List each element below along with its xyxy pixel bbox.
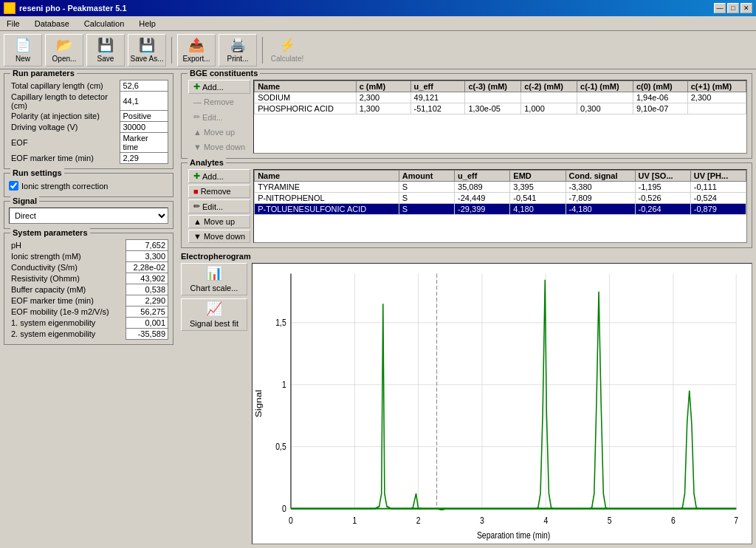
analytes-move-down-icon: ▼ (193, 232, 202, 241)
bge-grid[interactable]: Name c (mM) u_eff c(-3) (mM) c(-2) (mM) … (253, 80, 747, 154)
sys-label-buffer: Buffer capacity (mM) (9, 284, 126, 295)
signal-select[interactable]: Direct Indirect (9, 208, 168, 224)
analytes-header-row: Name Amount u_eff EMD Cond. signal UV [S… (255, 171, 746, 182)
param-value-eof-marker: 2,29 (120, 153, 168, 164)
sys-label-eof-marker: EOF marker time (min) (9, 295, 126, 306)
param-label-driving-voltage: Driving voltage (V) (9, 122, 120, 133)
left-panel: Run parameters Total capillary length (c… (0, 69, 177, 548)
sys-param-ph: pH 7,652 (9, 240, 168, 251)
analyte-nitrophenol-cond: -7,809 (566, 193, 635, 204)
signal-best-fit-button[interactable]: 📈 Signal best fit (181, 298, 247, 331)
sys-param-eigen1: 1. system eigenmobility 0,001 (9, 318, 168, 329)
bge-col-ueff: u_eff (410, 81, 465, 92)
svg-text:Signal: Signal (255, 390, 264, 418)
run-parameters-group: Run parameters Total capillary length (c… (4, 73, 173, 169)
analyte-toluenesulfonic-cond: -4,180 (566, 204, 635, 215)
bge-cell-phosphoric-cm2: 1,000 (521, 103, 577, 114)
menu-help[interactable]: Help (135, 18, 159, 29)
bge-col-cm2: c(-2) (mM) (521, 81, 577, 92)
svg-text:6: 6 (671, 515, 676, 527)
bge-move-up-button[interactable]: ▲ Move up (188, 126, 250, 139)
bge-move-down-button[interactable]: ▼ Move down (188, 140, 250, 154)
analytes-col-uv-so: UV [SO... (635, 171, 690, 182)
param-row-total-capillary: Total capillary length (cm) 52,6 (9, 81, 168, 92)
save-button[interactable]: 💾 Save (86, 34, 125, 66)
param-label-eof: EOF (9, 133, 120, 153)
sys-param-ionic: Ionic strength (mM) 3,300 (9, 251, 168, 262)
bge-cell-sodium-cm2 (521, 92, 577, 103)
svg-text:1: 1 (282, 379, 286, 391)
new-button[interactable]: 📄 New (4, 34, 42, 66)
menu-file[interactable]: File (3, 18, 24, 29)
add-icon: ✚ (193, 82, 200, 92)
analytes-move-up-icon: ▲ (193, 217, 202, 226)
menu-calculation[interactable]: Calculation (80, 18, 128, 29)
analyte-nitrophenol-name: P-NITROPHENOL (255, 193, 399, 204)
bge-cell-sodium-c1: 2,300 (687, 92, 746, 103)
system-parameters-group: System parameters pH 7,652 Ionic strengt… (4, 233, 173, 345)
analyte-toluenesulfonic-name: P-TOLUENESULFONIC ACID (255, 204, 399, 215)
epg-layout: 📊 Chart scale... 📈 Signal best fit (181, 263, 752, 544)
bge-add-button[interactable]: ✚ Add... (188, 80, 250, 94)
sys-label-eigen1: 1. system eigenmobility (9, 318, 126, 329)
save-as-button[interactable]: 💾 Save As... (128, 34, 166, 66)
bge-cell-sodium-ueff: 49,121 (410, 92, 465, 103)
analyte-toluenesulfonic-emd: 4,180 (510, 204, 566, 215)
analytes-title: Analytes (188, 158, 226, 167)
analytes-move-up-button[interactable]: ▲ Move up (188, 215, 250, 228)
print-button[interactable]: 🖨️ Print... (219, 34, 257, 66)
analytes-col-uv-ph: UV [PH... (690, 171, 746, 182)
param-row-capillary-to-detector: Capillary length to detector (cm) 44,1 (9, 92, 168, 111)
move-up-icon: ▲ (193, 128, 202, 137)
ionic-strength-checkbox[interactable] (9, 181, 18, 191)
bge-cell-sodium-cm3 (465, 92, 521, 103)
svg-text:4: 4 (543, 515, 548, 527)
run-parameters-table: Total capillary length (cm) 52,6 Capilla… (9, 80, 168, 164)
run-parameters-title: Run parameters (10, 69, 77, 78)
analytes-group: Analytes ✚ Add... ■ Remove ✏ Edit... (181, 162, 752, 248)
bge-remove-button[interactable]: — Remove (188, 95, 250, 109)
sys-label-ionic: Ionic strength (mM) (9, 251, 126, 262)
chart-scale-button[interactable]: 📊 Chart scale... (181, 263, 247, 295)
sys-value-eof-mobility: 56,275 (126, 306, 168, 318)
param-value-driving-voltage: 30000 (120, 122, 168, 133)
signal-title: Signal (10, 196, 39, 205)
param-row-polarity: Polarity (at injection site) Positive (9, 111, 168, 122)
analytes-edit-button[interactable]: ✏ Edit... (188, 199, 250, 213)
sys-value-eof-marker: 2,290 (126, 295, 168, 306)
sys-param-eof-mobility: EOF mobility (1e-9 m2/V/s) 56,275 (9, 306, 168, 318)
sys-value-eigen2: -35,589 (126, 329, 168, 340)
analytes-grid[interactable]: Name Amount u_eff EMD Cond. signal UV [S… (253, 169, 747, 243)
analytes-move-down-button[interactable]: ▼ Move down (188, 230, 250, 243)
electropherogram-section: Electropherogram 📊 Chart scale... 📈 Sign… (181, 252, 752, 544)
close-button[interactable]: ✕ (740, 3, 752, 13)
sys-value-ph: 7,652 (126, 240, 168, 251)
export-icon: 📤 (188, 37, 205, 53)
save-as-icon: 💾 (139, 37, 155, 53)
analyte-row-nitrophenol[interactable]: P-NITROPHENOL S -24,449 -0,541 -7,809 -0… (255, 193, 746, 204)
bge-row-sodium[interactable]: SODIUM 2,300 49,121 1,94e-06 2,300 (255, 92, 746, 103)
right-panel: BGE constituents ✚ Add... — Remove ✏ Edi… (177, 69, 756, 548)
analyte-row-toluenesulfonic[interactable]: P-TOLUENESULFONIC ACID S -29,399 4,180 -… (255, 204, 746, 215)
bge-col-name: Name (255, 81, 357, 92)
bge-row-phosphoric[interactable]: PHOSPHORIC ACID 1,300 -51,102 1,30e-05 1… (255, 103, 746, 114)
svg-text:Separation time (min): Separation time (min) (477, 530, 550, 541)
bge-edit-button[interactable]: ✏ Edit... (188, 110, 250, 124)
analytes-remove-button[interactable]: ■ Remove (188, 185, 250, 198)
bge-col-c: c (mM) (356, 81, 410, 92)
analytes-col-emd: EMD (510, 171, 566, 182)
analyte-row-tyramine[interactable]: TYRAMINE S 35,089 3,395 -3,380 -1,195 -0… (255, 182, 746, 193)
svg-text:2: 2 (416, 515, 421, 527)
param-value-polarity: Positive (120, 111, 168, 122)
minimize-button[interactable]: — (714, 3, 726, 13)
export-button[interactable]: 📤 Export... (177, 34, 216, 66)
epg-chart: 0 0,5 1 1,5 0 1 2 3 4 5 6 7 (252, 263, 752, 544)
menu-database[interactable]: Database (31, 18, 73, 29)
param-value-eof: Marker time (120, 133, 168, 153)
open-button[interactable]: 📂 Open... (45, 34, 83, 66)
bge-cell-sodium-cm1 (577, 92, 633, 103)
save-icon: 💾 (97, 37, 114, 53)
calculate-button[interactable]: ⚡ Calculate! (268, 34, 306, 66)
analytes-add-button[interactable]: ✚ Add... (188, 169, 250, 183)
maximize-button[interactable]: □ (727, 3, 739, 13)
